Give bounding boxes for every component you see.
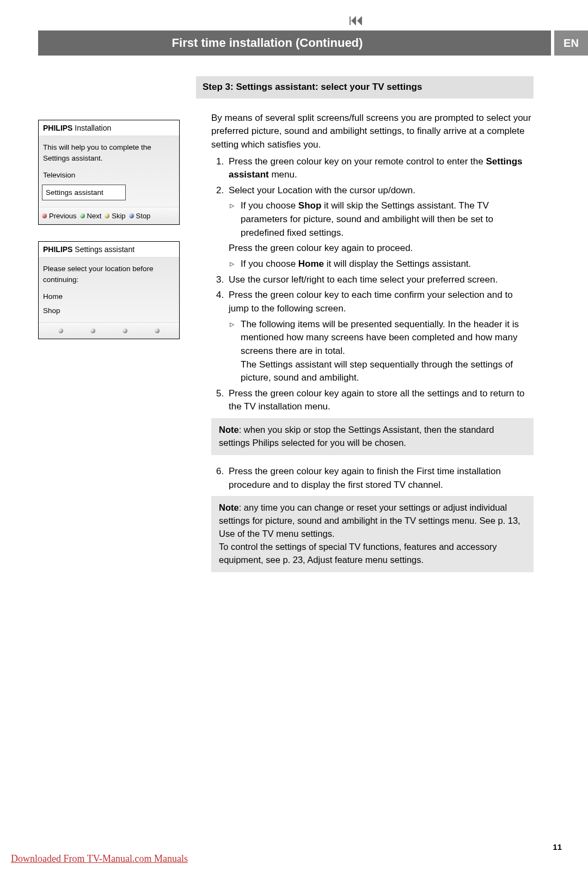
sublist-item: If you choose Home it will display the S… [241,258,534,271]
note-box: Note: when you skip or stop the Settings… [211,418,534,455]
yellow-dot-icon [105,213,109,218]
dot-icon [155,328,160,333]
list-item: Select your Location with the cursor up/… [226,184,534,271]
sublist: If you choose Home it will display the S… [229,258,534,271]
brand-label: PHILIPS [43,124,75,132]
tv-option-shop: Shop [43,304,175,318]
page-number: 11 [553,842,562,852]
tv-option-home: Home [43,290,175,304]
note-text: To control the settings of special TV fu… [219,542,497,565]
tv-box-footer: Previous Next Skip Stop [39,207,179,224]
note-box: Note: any time you can change or reset y… [211,496,534,572]
tv-box-title: Settings assistant [75,245,134,254]
tv-box-installation: PHILIPS Installation This will help you … [38,120,180,225]
sidebar-illustrations: PHILIPS Installation This will help you … [38,120,180,356]
tv-intro-text: This will help you to complete the Setti… [43,140,175,165]
note-label: Note [219,425,239,434]
tv-intro-text: Please select your location before conti… [43,262,175,286]
step-heading: Step 3: Settings assistant: select your … [196,76,534,99]
red-dot-icon [42,213,47,218]
btn-previous: Previous [42,212,77,220]
list-item: Press the green colour key on your remot… [226,155,534,182]
list-item: Press the green colour key again to stor… [226,387,534,414]
sub-paragraph: Press the green colour key again to proc… [229,242,534,255]
btn-stop: Stop [129,212,151,220]
list-item: Press the green colour key again to fini… [226,465,534,492]
btn-skip: Skip [105,212,125,220]
content-body: By means of several split screens/full s… [196,112,534,414]
dot-icon [122,328,127,333]
prev-page-icon[interactable]: ⏮ [348,11,362,29]
page-title: First time installation (Continued) [38,30,551,56]
btn-next: Next [80,212,102,220]
list-item: Use the cursor left/right to each time s… [226,273,534,287]
sublist: If you choose Shop it will skip the Sett… [229,199,534,240]
tv-menu-selected: Settings assistant [42,185,126,201]
green-dot-icon [80,213,85,218]
tv-box-body: This will help you to complete the Setti… [39,136,179,207]
instruction-list: Press the green colour key again to fini… [211,465,534,492]
dot-icon [90,328,95,333]
tv-box-footer [39,322,179,339]
content-body: Press the green colour key again to fini… [196,465,534,492]
note-text: : any time you can change or reset your … [219,503,520,538]
brand-label: PHILIPS [43,245,75,254]
footer-download-link[interactable]: Downloaded From TV-Manual.com Manuals [11,853,188,865]
sublist-item: If you choose Shop it will skip the Sett… [241,199,534,240]
language-badge: EN [554,30,588,56]
tv-box-header: PHILIPS Installation [39,120,179,136]
tv-box-title: Installation [75,124,111,132]
tv-box-header: PHILIPS Settings assistant [39,242,179,258]
sublist: The following items will be presented se… [229,318,534,385]
note-label: Note [219,503,239,512]
dot-icon [58,328,63,333]
tv-box-body: Please select your location before conti… [39,258,179,322]
sublist-item: The following items will be presented se… [241,318,534,385]
page-header: First time installation (Continued) EN [38,30,588,56]
instruction-list: Press the green colour key on your remot… [211,155,534,414]
note-text: : when you skip or stop the Settings Ass… [219,425,494,448]
tv-box-settings-assistant: PHILIPS Settings assistant Please select… [38,241,180,339]
intro-paragraph: By means of several split screens/full s… [211,112,534,152]
main-content: Step 3: Settings assistant: select your … [196,76,534,582]
tv-menu-item: Television [43,168,175,182]
list-item: Press the green colour key to each time … [226,289,534,384]
blue-dot-icon [129,213,134,218]
